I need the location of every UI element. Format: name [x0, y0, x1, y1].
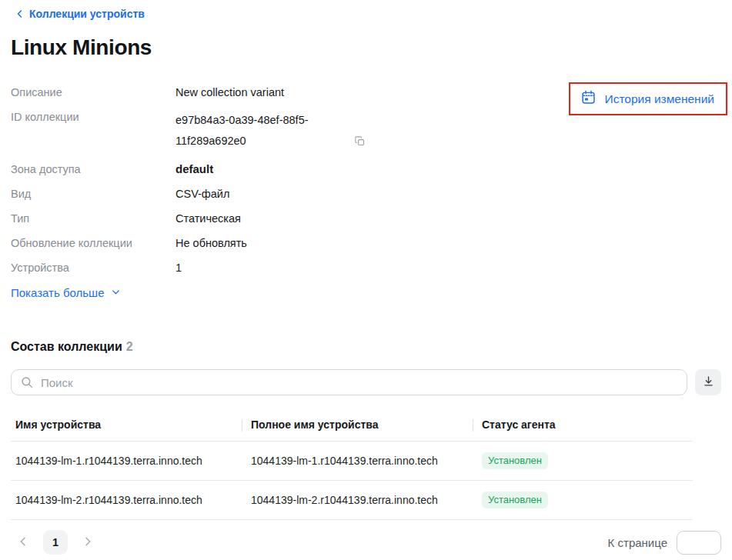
info-value: Статическая [175, 212, 241, 225]
current-page-button[interactable]: 1 [43, 530, 68, 555]
info-value: Не обновлять [175, 237, 247, 249]
info-value: e97b84a3-0a39-48ef-88f5-11f289a692e0 [175, 110, 349, 152]
info-row: Зона доступа default [11, 157, 721, 182]
page-title: Linux Minions [11, 35, 732, 60]
download-icon [702, 375, 715, 390]
info-label: Обновление коллекции [11, 236, 175, 250]
history-annotation-box: История изменений [569, 82, 727, 115]
table-row: 1044139-lm-2.r1044139.terra.inno.tech 10… [11, 481, 693, 520]
info-label: ID коллекции [11, 110, 175, 124]
header-agent-status: Статус агента [473, 409, 693, 442]
header-device-name: Имя устройства [11, 409, 242, 442]
search-box [11, 369, 687, 395]
download-button[interactable] [695, 369, 721, 395]
goto-page-input[interactable] [677, 531, 721, 555]
history-button[interactable]: История изменений [570, 84, 726, 114]
table-header-row: Имя устройства Полное имя устройства Ста… [11, 409, 693, 442]
info-row: Тип Статическая [11, 206, 721, 231]
search-input[interactable] [11, 369, 687, 395]
device-fullname-cell: 1044139-lm-2.r1044139.terra.inno.tech [242, 481, 473, 520]
status-badge: Установлен [482, 492, 548, 508]
table-toolbar [11, 369, 721, 395]
collection-details-page: Коллекции устройств Linux Minions Истори… [0, 0, 732, 560]
info-label: Устройства [11, 261, 175, 275]
back-link-label: Коллекции устройств [29, 8, 145, 20]
prev-page-button[interactable] [11, 530, 35, 555]
info-label: Вид [11, 187, 175, 201]
agent-status-cell: Установлен [473, 481, 693, 520]
info-value: CSV-файл [175, 188, 229, 200]
table-row: 1044139-lm-1.r1044139.terra.inno.tech 10… [11, 442, 693, 481]
info-row: Устройства 1 [11, 255, 721, 280]
section-count: 2 [126, 340, 133, 353]
info-row: Обновление коллекции Не обновлять [11, 231, 721, 255]
device-fullname-cell: 1044139-lm-1.r1044139.terra.inno.tech [242, 442, 473, 481]
section-title-text: Состав коллекции [11, 340, 122, 353]
back-link[interactable]: Коллекции устройств [15, 8, 145, 20]
collection-section-title: Состав коллекции2 [11, 340, 732, 354]
pagination: 1 К странице [11, 530, 721, 555]
info-label: Зона доступа [11, 162, 175, 176]
goto-page-label: К странице [608, 536, 667, 549]
info-value: default [175, 162, 213, 175]
info-value: New collection variant [175, 86, 284, 98]
device-name-cell: 1044139-lm-1.r1044139.terra.inno.tech [11, 442, 242, 481]
chevron-down-icon [111, 286, 121, 299]
chevron-left-icon [15, 9, 25, 18]
show-more-link[interactable]: Показать больше [11, 286, 121, 299]
chevron-left-icon [17, 535, 29, 550]
info-row: Вид CSV-файл [11, 182, 721, 206]
devices-table: Имя устройства Полное имя устройства Ста… [11, 409, 693, 520]
info-value: 1 [175, 262, 182, 274]
status-badge: Установлен [482, 452, 548, 469]
calendar-history-icon [580, 89, 597, 108]
header-device-fullname: Полное имя устройства [242, 409, 473, 442]
history-button-label: История изменений [604, 92, 714, 106]
copy-icon[interactable] [354, 135, 366, 150]
info-label: Описание [11, 85, 175, 99]
table-body: 1044139-lm-1.r1044139.terra.inno.tech 10… [11, 442, 693, 520]
agent-status-cell: Установлен [473, 442, 693, 481]
device-name-cell: 1044139-lm-2.r1044139.terra.inno.tech [11, 481, 242, 520]
info-label: Тип [11, 212, 175, 225]
show-more-label: Показать больше [11, 286, 104, 299]
next-page-button[interactable] [75, 530, 100, 555]
chevron-right-icon [82, 535, 94, 550]
